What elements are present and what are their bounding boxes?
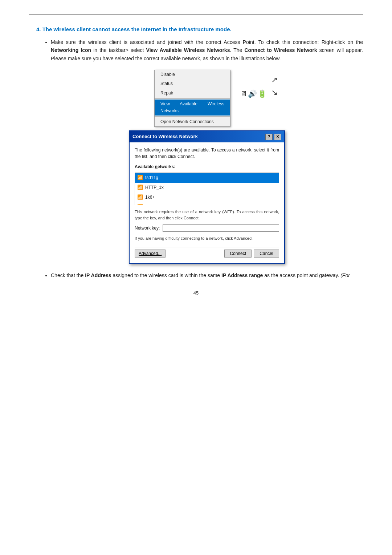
network-key-label: Network key: [135, 225, 160, 232]
page-number: 45 [29, 290, 363, 296]
cancel-button[interactable]: Cancel [254, 250, 279, 258]
network-key-row: Network key: [135, 224, 279, 232]
network-name-http1x: HTTP_1x [145, 184, 164, 191]
dialog-body: The following network(s) are available. … [130, 142, 284, 263]
dialog-footer: Advanced... Connect Cancel [135, 247, 279, 259]
bullet-item-2: Check that the IP Address assigned to th… [51, 271, 363, 279]
connect-wireless-label: Connect to Wireless Network [244, 47, 317, 53]
dialog-help-button[interactable]: ? [265, 134, 273, 140]
connect-button[interactable]: Connect [224, 250, 252, 258]
network-item-tsd11g[interactable]: 📶 tsd11g [135, 173, 279, 183]
view-wireless-label: View Available Wireless Networks [146, 47, 230, 53]
section-heading: 4. The wireless client cannot access the… [29, 26, 363, 32]
section-number: 4. The wireless client cannot access the… [36, 26, 232, 32]
difficulty-text: If you are having difficulty connecting … [135, 235, 279, 242]
taskbar-icon-2: 🔊 [248, 88, 257, 100]
network-item-http1x[interactable]: 📶 HTTP_1x [135, 183, 279, 193]
connect-wireless-dialog: Connect to Wireless Network ? X The foll… [129, 130, 285, 264]
network-name-araara: araara [145, 203, 158, 205]
ip-address-label: IP Address [85, 272, 111, 278]
network-key-input[interactable] [163, 224, 279, 232]
advanced-button[interactable]: Advanced... [135, 250, 166, 258]
dialog-title: Connect to Wireless Network [132, 133, 198, 141]
for-text: (For [340, 272, 350, 278]
taskbar-icon-3: 🔋 [258, 88, 267, 100]
network-taskbar-icon: 🖥 [240, 88, 247, 100]
dialog-btn-group: Connect Cancel [224, 250, 279, 258]
context-menu-disable[interactable]: Disable [155, 70, 230, 79]
context-menu-open-network[interactable]: Open Network Connections [155, 117, 230, 126]
dialog-titlebar: Connect to Wireless Network ? X [130, 131, 284, 142]
available-label-text: Available networks: [135, 164, 175, 169]
ip-range-label: IP Address range [221, 272, 263, 278]
dialog-close-button[interactable]: X [274, 134, 281, 140]
network-name-1k6: 1k6+ [145, 194, 155, 201]
taskbar-icons: 🖥 🔊 🔋 [240, 88, 267, 100]
top-divider [29, 15, 363, 15]
arrow-2: ↘ [271, 86, 278, 99]
dialog-wrapper: Connect to Wireless Network ? X The foll… [51, 130, 363, 264]
dialog-intro-text: The following network(s) are available. … [135, 147, 279, 160]
available-networks-label: Available networks: [135, 163, 279, 170]
network-name-tsd11g: tsd11g [145, 174, 158, 181]
context-menu-sep2 [155, 116, 230, 117]
network-item-araara[interactable]: 📶 araara [135, 202, 279, 206]
context-menu-view-wireless[interactable]: View Available Wireless Networks [155, 100, 230, 116]
bullet-item-1: Make sure the wireless client is associa… [51, 38, 363, 264]
context-menu-sep [155, 98, 230, 99]
illustration-wrapper: Disable Status Repair View Available Wir… [51, 70, 363, 127]
network-list[interactable]: 📶 tsd11g 📶 HTTP_1x 📶 1k6+ 📶 [135, 173, 279, 205]
context-menu: Disable Status Repair View Available Wir… [154, 70, 230, 127]
arrow-1: ↗ [271, 73, 278, 86]
network-icon-1: 📶 [137, 174, 143, 182]
network-icon-2: 📶 [137, 184, 143, 191]
network-icon-4: 📶 [137, 203, 143, 206]
dialog-titlebar-buttons: ? X [265, 134, 281, 140]
networking-icon-label: Networking Icon [51, 47, 91, 53]
context-menu-status[interactable]: Status [155, 79, 230, 88]
network-item-1k6[interactable]: 📶 1k6+ [135, 193, 279, 202]
bullet-list: Make sure the wireless client is associa… [29, 38, 363, 279]
wep-info-text: This network requires the use of a netwo… [135, 209, 279, 221]
context-menu-repair[interactable]: Repair [155, 89, 230, 98]
network-icon-3: 📶 [137, 194, 143, 201]
